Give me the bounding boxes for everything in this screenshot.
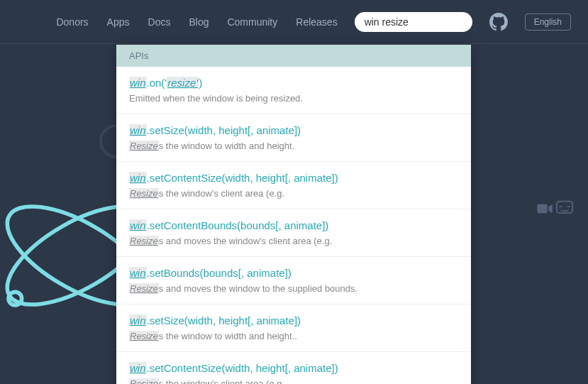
bg-app-icons	[537, 199, 574, 226]
search-result-item[interactable]: win.on('resize')Emitted when the window …	[116, 67, 471, 114]
search-result-item[interactable]: win.setSize(width, height[, animate])Res…	[116, 114, 471, 162]
result-title: win.setSize(width, height[, animate])	[129, 124, 458, 136]
result-description: Resizes the window's client area (e.g.	[129, 188, 458, 199]
result-title: win.setSize(width, height[, animate])	[129, 314, 458, 327]
search-result-item[interactable]: win.setBounds(bounds[, animate])Resizes …	[116, 257, 471, 305]
result-description: Resizes and moves the window to the supp…	[129, 283, 458, 294]
github-icon[interactable]	[489, 13, 508, 31]
result-description: Resizes the window to width and height.	[129, 141, 458, 151]
result-description: Emitted when the window is being resized…	[129, 93, 458, 104]
dropdown-section-header: APIs	[116, 45, 471, 67]
nav-link-blog[interactable]: Blog	[189, 16, 209, 28]
search-result-item[interactable]: win.setSize(width, height[, animate])Res…	[116, 305, 471, 352]
nav-links: Donors Apps Docs Blog Community Releases	[56, 16, 337, 28]
header: Donors Apps Docs Blog Community Releases…	[0, 0, 588, 44]
result-title: win.on('resize')	[129, 77, 458, 89]
nav-link-community[interactable]: Community	[227, 16, 277, 28]
search-results-dropdown: APIs win.on('resize')Emitted when the wi…	[116, 45, 471, 384]
robot-icon	[555, 199, 574, 214]
result-description: Resizes and moves the window's client ar…	[129, 236, 458, 246]
result-title: win.setContentBounds(bounds[, animate])	[129, 219, 458, 231]
search-result-item[interactable]: win.setContentSize(width, height[, anima…	[116, 162, 471, 209]
result-description: Resizes the window's client area (e.g.	[129, 378, 458, 384]
svg-rect-4	[537, 204, 547, 213]
nav-link-releases[interactable]: Releases	[296, 16, 337, 28]
nav-link-apps[interactable]: Apps	[107, 16, 130, 28]
search-input[interactable]	[355, 12, 472, 32]
result-title: win.setBounds(bounds[, animate])	[129, 267, 458, 279]
nav-link-docs[interactable]: Docs	[148, 16, 171, 28]
svg-point-2	[9, 292, 22, 305]
nav-link-donors[interactable]: Donors	[56, 16, 88, 28]
result-description: Resizes the window to width and height..	[129, 331, 458, 341]
language-button[interactable]: English	[525, 13, 571, 31]
result-title: win.setContentSize(width, height[, anima…	[129, 362, 458, 374]
result-title: win.setContentSize(width, height[, anima…	[129, 172, 458, 184]
search-result-item[interactable]: win.setContentBounds(bounds[, animate])R…	[116, 209, 471, 257]
search-result-item[interactable]: win.setContentSize(width, height[, anima…	[116, 352, 471, 384]
video-icon	[537, 203, 553, 214]
